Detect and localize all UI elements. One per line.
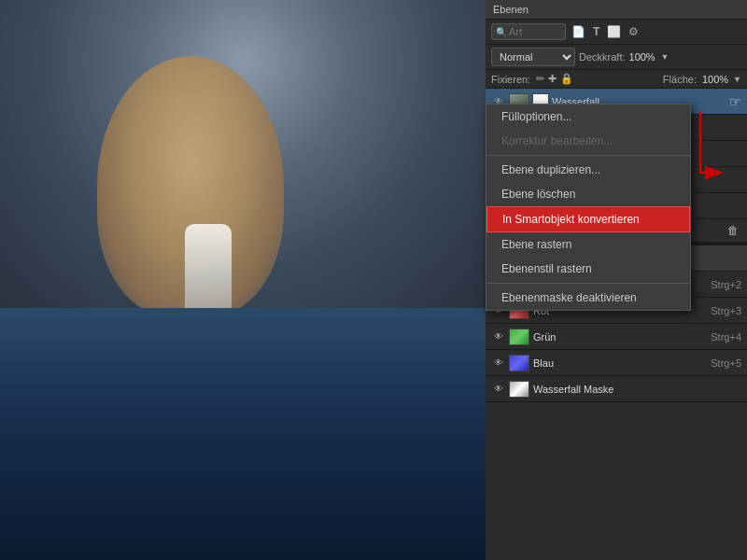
opacity-row: Deckkraft: 100% ▼ [579,51,741,63]
context-menu: Fülloptionen...Korrektur bearbeiten...Eb… [486,104,691,311]
context-menu-item-ebenenstil-rastern[interactable]: Ebenenstil rastern [486,257,690,281]
channel-eye-2[interactable]: 👁 [491,329,506,344]
channel-thumb-4 [509,381,529,398]
layer-toolbar-icons: 📄 T ⬜ ⚙ [570,24,641,39]
text-icon[interactable]: T [591,24,601,39]
glow-element [63,364,92,392]
context-menu-separator [486,155,690,156]
opacity-dropdown-icon[interactable]: ▼ [661,52,669,62]
channel-name-3: Blau [533,357,711,369]
shape-icon[interactable]: ⬜ [605,24,623,39]
channel-row-grün[interactable]: 👁GrünStrg+4 [486,324,747,350]
fix-pixel-icon[interactable]: ✏ [536,73,544,85]
context-menu-item-f-lloptionen---[interactable]: Fülloptionen... [486,105,690,129]
search-icon: 🔍 [496,27,507,37]
channel-row-wasserfall-maske[interactable]: 👁Wasserfall Maske [486,376,747,402]
flache-label: Fläche: [663,74,697,85]
flache-value: 100% [702,74,728,85]
channel-shortcut-1: Strg+3 [711,305,741,316]
channel-shortcut-0: Strg+2 [711,279,741,290]
channel-thumb-2 [509,329,529,345]
channel-name-4: Wasserfall Maske [533,384,741,395]
fix-icons: ✏ ✚ 🔒 [536,73,573,85]
fix-label: Fixieren: [491,74,530,85]
fixieren-row: Fixieren: ✏ ✚ 🔒 Fläche: 100% ▼ [486,70,747,89]
panel-header: Ebenen [486,0,747,20]
opacity-label: Deckkraft: [579,51,626,63]
fix-artboard-icon[interactable]: 🔒 [560,73,573,85]
canvas-area [0,0,486,560]
canvas-image [0,0,486,560]
search-box[interactable]: 🔍 [491,23,566,40]
channel-name-2: Grün [533,331,711,343]
search-input[interactable] [509,26,560,37]
context-menu-item-ebenenmaske-deaktivieren[interactable]: Ebenenmaske deaktivieren [486,286,690,310]
context-menu-item-ebene-duplizieren---[interactable]: Ebene duplizieren... [486,158,690,182]
ebenen-panel: Ebenen 🔍 📄 T ⬜ ⚙ Normal Multiplizieren B… [486,0,747,244]
channel-shortcut-2: Strg+4 [711,331,741,343]
channel-eye-3[interactable]: 👁 [491,356,506,371]
context-menu-item-korrektur-bearbeiten---: Korrektur bearbeiten... [486,129,690,153]
boat-element [58,375,114,403]
panel-title: Ebenen [493,4,529,15]
waterfall-element [185,224,232,336]
panel-toolbar: 🔍 📄 T ⬜ ⚙ [486,20,747,45]
opacity-value: 100% [629,51,657,63]
context-menu-item-in-smartobjekt-konvertieren[interactable]: In Smartobjekt konvertieren [486,206,690,232]
blend-mode-row: Normal Multiplizieren Bildschirm Deckkra… [486,45,747,70]
context-menu-item-ebene-l-schen[interactable]: Ebene löschen [486,182,690,206]
flache-row: Fläche: 100% ▼ [663,74,741,85]
right-panel: Ebenen 🔍 📄 T ⬜ ⚙ Normal Multiplizieren B… [486,0,747,560]
flache-dropdown-icon[interactable]: ▼ [733,75,741,84]
layer-row-wasserfall[interactable]: 👁 Wasserfall ☞ Fülloptionen...Korrektur … [486,89,747,115]
fix-position-icon[interactable]: ✚ [548,73,557,85]
context-menu-separator [486,283,690,284]
channel-thumb-3 [509,355,529,371]
delete-layer-icon[interactable]: 🗑 [725,223,741,238]
channel-shortcut-3: Strg+5 [711,357,741,369]
new-layer-icon[interactable]: 📄 [570,24,587,39]
cursor-hand: ☞ [729,94,741,109]
channel-row-blau[interactable]: 👁BlauStrg+5 [486,350,747,376]
channel-eye-4[interactable]: 👁 [491,382,506,397]
context-menu-item-ebene-rastern[interactable]: Ebene rastern [486,232,690,257]
settings-icon[interactable]: ⚙ [627,24,641,39]
blend-mode-select[interactable]: Normal Multiplizieren Bildschirm [491,48,575,66]
